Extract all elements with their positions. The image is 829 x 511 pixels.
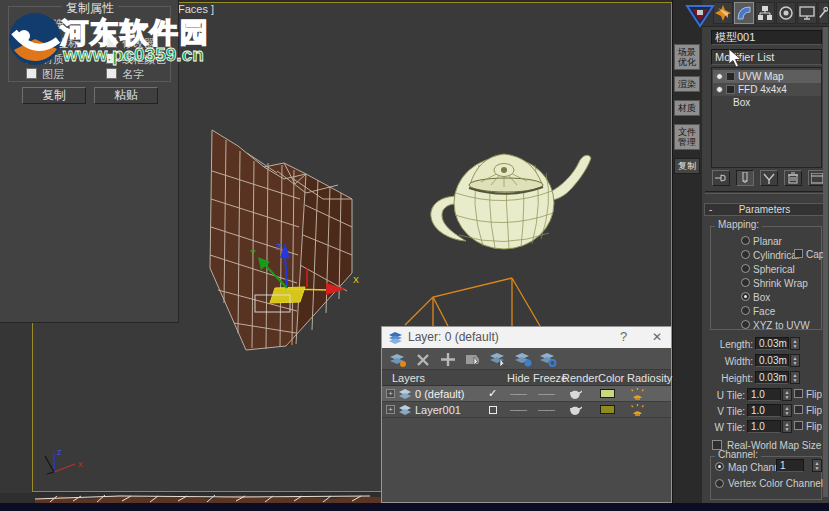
length-spinner[interactable]: ▲▼: [790, 337, 800, 350]
layer-name[interactable]: 0 (default): [415, 388, 465, 400]
v-tile-field[interactable]: 1.0: [747, 404, 781, 417]
modifier-list-dropdown[interactable]: Modifier List: [711, 49, 822, 65]
vertex-color-label[interactable]: Vertex Color Channel: [728, 478, 823, 489]
pin-stack-button[interactable]: [712, 170, 730, 186]
sidetab-material[interactable]: 材质: [674, 100, 700, 116]
freeze-toggle[interactable]: ——: [538, 389, 554, 399]
v-flip-checkbox[interactable]: [794, 405, 803, 414]
column-render[interactable]: Render: [562, 372, 598, 384]
select-all-label[interactable]: 全选: [42, 19, 64, 30]
layer-color-swatch[interactable]: [600, 405, 615, 414]
parameters-rollout-header[interactable]: - Parameters: [704, 203, 825, 216]
layer-label[interactable]: 图层: [42, 69, 64, 80]
remove-modifier-button[interactable]: [784, 170, 802, 186]
radio-planar[interactable]: [741, 236, 750, 245]
tab-motion[interactable]: [776, 2, 796, 24]
map-channel-spinner[interactable]: ▲▼: [812, 459, 822, 472]
hide-toggle[interactable]: ——: [510, 405, 526, 415]
tab-create[interactable]: [713, 2, 733, 24]
u-tile-spinner[interactable]: ▲▼: [782, 388, 792, 401]
material-checkbox[interactable]: [26, 53, 37, 64]
select-objects-layer-button[interactable]: [514, 352, 532, 367]
column-color[interactable]: Color: [598, 372, 624, 384]
sidetab-file-management[interactable]: 文件管理: [674, 124, 700, 150]
layer-dialog-titlebar[interactable]: Layer: 0 (default) ? ✕: [382, 327, 671, 348]
rollout-collapse-icon[interactable]: -: [709, 204, 712, 215]
render-teapot-icon[interactable]: [568, 390, 582, 399]
cap-checkbox[interactable]: [794, 249, 803, 258]
uv-coords-checkbox[interactable]: [26, 37, 37, 48]
radio-box-label[interactable]: Box: [753, 292, 770, 303]
layer-row-default[interactable]: + 0 (default) ✓ —— ——: [382, 386, 671, 402]
cap-label[interactable]: Cap: [806, 249, 824, 260]
modifier-checkbox[interactable]: [106, 37, 117, 48]
name-label[interactable]: 名字: [122, 69, 144, 80]
modifier-label[interactable]: 修改器: [122, 38, 155, 49]
create-new-layer-button[interactable]: [389, 352, 407, 367]
v-flip-label[interactable]: Flip: [806, 405, 822, 416]
teapot-object[interactable]: [431, 154, 591, 249]
layer-name[interactable]: Layer001: [415, 404, 461, 416]
w-flip-label[interactable]: Flip: [806, 421, 822, 432]
stack-item-box[interactable]: Box: [713, 96, 821, 109]
radio-face-label[interactable]: Face: [753, 306, 775, 317]
radio-map-channel[interactable]: [715, 462, 724, 471]
u-flip-label[interactable]: Flip: [806, 389, 822, 400]
map-channel-field[interactable]: 1: [776, 459, 804, 472]
radio-box[interactable]: [741, 292, 750, 301]
radio-cylindrical[interactable]: [741, 250, 750, 259]
w-flip-checkbox[interactable]: [794, 421, 803, 430]
add-to-layer-button[interactable]: [440, 352, 456, 367]
help-button[interactable]: ?: [620, 329, 627, 344]
width-spinner[interactable]: ▲▼: [790, 354, 800, 367]
stack-item-uvw-map[interactable]: UVW Map: [713, 70, 821, 83]
copy-button[interactable]: 复制: [22, 87, 86, 104]
uv-coords-label[interactable]: UV坐标: [42, 38, 79, 49]
panel-scrollbar[interactable]: [823, 27, 828, 497]
u-flip-checkbox[interactable]: [794, 389, 803, 398]
wire-color-checkbox[interactable]: [106, 53, 117, 64]
viewport-shading-label[interactable]: Faces ]: [178, 4, 214, 15]
radio-planar-label[interactable]: Planar: [753, 236, 782, 247]
tab-modify[interactable]: [734, 2, 754, 24]
width-field[interactable]: 0.03m: [755, 354, 789, 367]
radio-xyz-to-uvw[interactable]: [741, 320, 750, 329]
select-layer-objects-button[interactable]: [464, 352, 482, 367]
make-unique-button[interactable]: [760, 170, 778, 186]
set-current-layer-button[interactable]: [489, 352, 507, 367]
column-layers[interactable]: Layers: [392, 372, 425, 384]
height-spinner[interactable]: ▲▼: [790, 371, 800, 384]
radio-vertex-color[interactable]: [715, 479, 724, 488]
paste-button[interactable]: 粘贴: [94, 87, 158, 104]
u-tile-field[interactable]: 1.0: [747, 388, 781, 401]
layer-color-swatch[interactable]: [600, 389, 615, 398]
hide-toggle[interactable]: ——: [510, 389, 526, 399]
layer-row-layer001[interactable]: + Layer001 —— ——: [382, 402, 671, 418]
sidetab-scene-optimization[interactable]: 场景优化: [674, 44, 700, 70]
radio-shrink-wrap[interactable]: [741, 278, 750, 287]
tab-display[interactable]: [797, 2, 817, 24]
radio-face[interactable]: [741, 306, 750, 315]
radio-spherical-label[interactable]: Spherical: [753, 264, 795, 275]
v-tile-spinner[interactable]: ▲▼: [782, 404, 792, 417]
layer-settings-button[interactable]: [539, 352, 557, 367]
sidetab-copy[interactable]: 复制: [674, 158, 700, 174]
show-end-result-button[interactable]: [736, 170, 754, 186]
orange-box-wireframe[interactable]: [405, 278, 540, 326]
select-all-checkbox[interactable]: [26, 18, 37, 29]
modifier-enable-bulb-icon[interactable]: [716, 73, 723, 80]
sidetab-render[interactable]: 渲染: [674, 76, 700, 92]
not-current-indicator[interactable]: [489, 406, 497, 414]
radio-shrink-wrap-label[interactable]: Shrink Wrap: [753, 278, 808, 289]
modifier-enable-bulb-icon[interactable]: [716, 86, 723, 93]
column-hide[interactable]: Hide: [507, 372, 530, 384]
tab-utilities[interactable]: [818, 2, 829, 24]
w-tile-field[interactable]: 1.0: [747, 420, 781, 433]
radiosity-icon[interactable]: [630, 404, 645, 416]
radio-spherical[interactable]: [741, 264, 750, 273]
column-radiosity[interactable]: Radiosity: [627, 372, 672, 384]
w-tile-spinner[interactable]: ▲▼: [782, 420, 792, 433]
name-checkbox[interactable]: [106, 68, 117, 79]
freeze-toggle[interactable]: ——: [538, 405, 554, 415]
tab-hierarchy[interactable]: [755, 2, 775, 24]
